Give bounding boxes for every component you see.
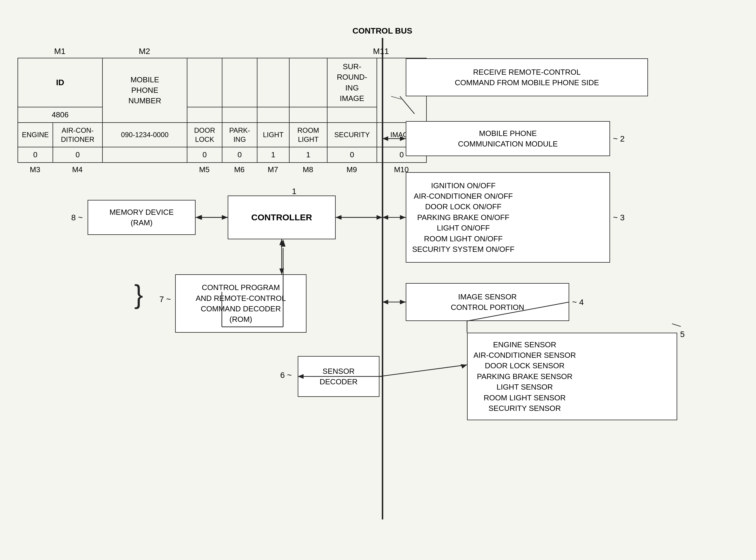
label-m8: M8 <box>289 165 327 174</box>
cell-roomlight: ROOMLIGHT <box>289 123 327 147</box>
table-row-header: ID MOBILEPHONENUMBER SUR-ROUND-INGIMAGE <box>18 58 426 107</box>
diagram: CONTROL BUS M1 M2 M11 ID MOBILEPHONENUMB… <box>0 0 756 560</box>
label-m7: M7 <box>257 165 289 174</box>
cell-empty2 <box>222 58 257 107</box>
cell-security: SECURITY <box>327 123 377 147</box>
control-program-box: CONTROL PROGRAMAND REMOTE-CONTROLCOMMAND… <box>175 274 306 333</box>
cell-id: ID <box>18 58 102 107</box>
label-m1: M1 <box>18 47 102 56</box>
vehicle-control-box: IGNITION ON/OFF AIR-CONDITIONER ON/OFF D… <box>406 172 610 263</box>
image-sensor-box: IMAGE SENSORCONTROL PORTION <box>406 283 569 321</box>
label-m-spacer <box>102 165 187 174</box>
label-m6: M6 <box>222 165 257 174</box>
svg-marker-23 <box>382 215 388 220</box>
ref-4: ~ 4 <box>572 298 584 307</box>
receive-command-box: RECEIVE REMOTE-CONTROLCOMMAND FROM MOBIL… <box>406 58 648 96</box>
cell-engine: ENGINE <box>18 123 53 147</box>
sensor-list-box: ENGINE SENSOR AIR-CONDITIONER SENSOR DOO… <box>467 333 677 420</box>
svg-marker-25 <box>400 300 406 304</box>
cell-val-mobile <box>102 147 187 163</box>
cell-val-door: 0 <box>187 147 222 163</box>
cell-empty9 <box>327 107 377 123</box>
label-m9: M9 <box>327 165 377 174</box>
ref-1: 1 <box>292 187 297 196</box>
sensor-decoder-box: SENSORDECODER <box>298 356 379 397</box>
table-row-values: 0 0 0 0 1 1 0 0 <box>18 147 426 163</box>
svg-line-31 <box>379 365 467 377</box>
cell-val-roomlight: 1 <box>289 147 327 163</box>
svg-marker-32 <box>461 364 467 368</box>
controller-box: CONTROLLER <box>228 196 336 239</box>
ref-8: 8 ~ <box>71 213 83 222</box>
svg-marker-22 <box>400 215 406 220</box>
cell-doorlock: DOORLOCK <box>187 123 222 147</box>
cell-empty5 <box>187 107 222 123</box>
table-row-data: 4806 <box>18 107 426 123</box>
cell-empty7 <box>257 107 289 123</box>
cell-empty1 <box>187 58 222 107</box>
label-m4: M4 <box>53 165 102 174</box>
ref-3: ~ 3 <box>613 213 625 222</box>
cell-empty6 <box>222 107 257 123</box>
cell-empty4 <box>289 58 327 107</box>
cell-val-park: 0 <box>222 147 257 163</box>
cell-airconditioner: AIR-CON-DITIONER <box>53 123 102 147</box>
svg-marker-10 <box>196 215 201 220</box>
cell-val-ac: 0 <box>53 147 102 163</box>
svg-marker-12 <box>279 268 284 274</box>
cell-val-engine: 0 <box>18 147 53 163</box>
label-m11: M11 <box>356 47 406 56</box>
svg-marker-13 <box>279 239 284 245</box>
cell-090: 090-1234-0000 <box>102 123 187 147</box>
label-m5: M5 <box>187 165 222 174</box>
cell-mobile-number: MOBILEPHONENUMBER <box>102 58 187 123</box>
svg-text:}: } <box>134 280 143 309</box>
cell-empty8 <box>289 107 327 123</box>
label-empty <box>187 47 356 56</box>
svg-marker-26 <box>382 300 388 304</box>
cell-light: LIGHT <box>257 123 289 147</box>
cell-val-light: 1 <box>257 147 289 163</box>
label-m2: M2 <box>102 47 187 56</box>
ref-5: 5 <box>680 330 685 339</box>
svg-marker-4 <box>281 239 285 246</box>
cell-4806: 4806 <box>18 107 102 123</box>
svg-marker-15 <box>377 215 382 220</box>
mobile-phone-box: MOBILE PHONECOMMUNICATION MODULE <box>406 121 610 156</box>
ref-6: 6 ~ <box>280 371 292 380</box>
ref-7: 7 ~ <box>159 295 171 304</box>
data-table: M1 M2 M11 ID MOBILEPHONENUMBER SUR-ROUND… <box>18 47 427 174</box>
ref-2: ~ 2 <box>613 134 625 144</box>
svg-marker-9 <box>222 215 228 220</box>
svg-marker-6 <box>196 215 202 220</box>
memory-device-box: MEMORY DEVICE(RAM) <box>87 200 196 235</box>
ref-5-line: ╲ <box>672 321 681 329</box>
cell-empty3 <box>257 58 289 107</box>
cell-surrounding: SUR-ROUND-INGIMAGE <box>327 58 377 107</box>
svg-marker-16 <box>336 215 341 220</box>
cell-parking: PARK-ING <box>222 123 257 147</box>
label-m3: M3 <box>18 165 53 174</box>
table-row-fields: ENGINE AIR-CON-DITIONER 090-1234-0000 DO… <box>18 123 426 147</box>
control-bus-label: CONTROL BUS <box>344 26 420 36</box>
cell-val-security: 0 <box>327 147 377 163</box>
